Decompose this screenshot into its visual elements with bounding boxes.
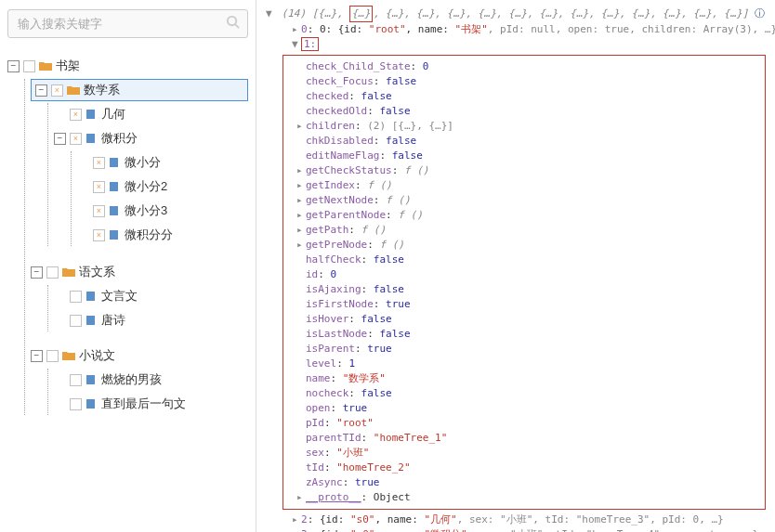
checkbox[interactable] xyxy=(46,350,59,362)
checkbox[interactable]: × xyxy=(93,181,105,193)
object-property[interactable]: check_Child_State: 0 xyxy=(296,59,757,74)
collapse-arrow-icon[interactable]: ▼ xyxy=(292,37,301,52)
object-property[interactable]: ▸children: (2) [{…}, {…}] xyxy=(296,119,757,134)
tree-node-calc[interactable]: − × 微积分 xyxy=(54,127,248,149)
object-property[interactable]: id: 0 xyxy=(296,267,757,282)
object-property[interactable]: isLastNode: false xyxy=(296,327,757,342)
tree-node-chinese[interactable]: − 语文系 xyxy=(31,261,248,283)
console-row-1[interactable]: ▼1: xyxy=(292,37,766,52)
object-property[interactable]: ▸getPreNode: f () xyxy=(296,238,757,253)
object-property[interactable]: checkedOld: false xyxy=(296,104,757,119)
object-property[interactable]: parentTId: "homeTree_1" xyxy=(296,431,757,446)
expand-arrow-icon[interactable]: ▸ xyxy=(296,163,306,178)
tree-node-novel[interactable]: − 小说文 xyxy=(31,344,248,367)
tree-node-wxf2[interactable]: ×微小分2 xyxy=(77,175,248,198)
checkbox[interactable] xyxy=(23,60,35,72)
search-box xyxy=(7,9,248,38)
object-property[interactable]: level: 1 xyxy=(296,357,757,371)
object-property[interactable]: pId: "root" xyxy=(296,416,757,431)
console-row-0[interactable]: ▸0: 0: {id: "root", name: "书架", pId: nul… xyxy=(292,22,766,37)
object-property[interactable]: ▸getNextNode: f () xyxy=(296,193,757,208)
object-property[interactable]: isAjaxing: false xyxy=(296,282,757,297)
tree-node-root[interactable]: − 书架 xyxy=(7,55,248,77)
book-icon xyxy=(109,205,121,217)
book-icon xyxy=(109,181,121,193)
devtools-console: ▼ (14) [{…}, {…}, {…}, {…}, {…}, {…}, {…… xyxy=(256,0,775,532)
checkbox[interactable]: × xyxy=(70,109,82,121)
console-array-header[interactable]: ▼ (14) [{…}, {…}, {…}, {…}, {…}, {…}, {…… xyxy=(266,6,766,22)
object-property[interactable]: name: "数学系" xyxy=(296,371,757,386)
expand-arrow-icon[interactable]: ▸ xyxy=(296,119,306,134)
expand-arrow-icon[interactable]: ▸ xyxy=(292,527,301,532)
toggle-icon[interactable]: − xyxy=(7,60,20,72)
checkbox[interactable]: × xyxy=(93,205,105,217)
leaf-icon xyxy=(54,109,66,121)
expand-arrow-icon[interactable]: ▸ xyxy=(296,223,306,238)
console-row[interactable]: ▸2: {id: "s0", name: "几何", sex: "小班", tI… xyxy=(292,513,766,527)
object-property[interactable]: tId: "homeTree_2" xyxy=(296,461,757,475)
object-property[interactable]: isFirstNode: true xyxy=(296,297,757,312)
book-icon xyxy=(109,157,121,169)
expand-arrow-icon[interactable]: ▸ xyxy=(296,238,306,253)
object-detail-box: check_Child_State: 0check_Focus: falsech… xyxy=(282,55,766,510)
expand-arrow-icon[interactable]: ▸ xyxy=(296,490,306,505)
checkbox[interactable] xyxy=(46,266,59,279)
object-property[interactable]: isParent: true xyxy=(296,342,757,357)
console-row[interactable]: ▸3: {id: "s0", name: "微积分", sex: "小班", t… xyxy=(292,527,766,532)
toggle-icon[interactable]: − xyxy=(31,350,43,362)
search-icon[interactable] xyxy=(226,15,240,32)
folder-open-icon xyxy=(39,60,52,71)
tree-root: − 书架 − × 数学系 × xyxy=(7,55,248,415)
object-property[interactable]: editNameFlag: false xyxy=(296,149,757,163)
tree-node-burning[interactable]: 燃烧的男孩 xyxy=(54,369,248,391)
search-input[interactable] xyxy=(7,9,248,38)
expand-arrow-icon[interactable]: ▸ xyxy=(292,513,301,527)
object-property[interactable]: sex: "小班" xyxy=(296,446,757,461)
node-label: 小说文 xyxy=(79,347,115,364)
toggle-icon[interactable]: − xyxy=(35,84,47,97)
tree-node-tangshi[interactable]: 唐诗 xyxy=(54,309,248,331)
checkbox[interactable] xyxy=(70,398,82,410)
object-property[interactable]: checked: false xyxy=(296,89,757,104)
object-property[interactable]: check_Focus: false xyxy=(296,74,757,89)
info-icon[interactable]: ⓘ xyxy=(755,7,765,19)
expand-arrow-icon[interactable]: ▸ xyxy=(296,193,306,208)
checkbox[interactable]: × xyxy=(93,229,105,241)
checkbox[interactable]: × xyxy=(51,84,63,97)
node-label: 文言文 xyxy=(101,288,138,305)
object-property[interactable]: ▸getPath: f () xyxy=(296,223,757,238)
expand-arrow-icon[interactable]: ▸ xyxy=(296,208,306,223)
object-property[interactable]: halfCheck: false xyxy=(296,253,757,267)
folder-open-icon xyxy=(62,350,75,361)
object-property[interactable]: ▸getParentNode: f () xyxy=(296,208,757,223)
svg-point-0 xyxy=(228,17,236,25)
expand-arrow-icon[interactable]: ▸ xyxy=(296,178,306,193)
checkbox[interactable] xyxy=(70,374,82,386)
book-icon xyxy=(85,133,98,145)
tree-node-wenyan[interactable]: 文言文 xyxy=(54,285,248,307)
object-property[interactable]: ▸getCheckStatus: f () xyxy=(296,163,757,178)
checkbox[interactable]: × xyxy=(93,157,105,169)
object-property[interactable]: ▸getIndex: f () xyxy=(296,178,757,193)
expand-arrow-icon[interactable]: ▼ xyxy=(266,6,275,21)
object-property[interactable]: chkDisabled: false xyxy=(296,134,757,149)
object-property[interactable]: open: true xyxy=(296,401,757,416)
book-icon xyxy=(85,109,98,121)
tree-node-wjff[interactable]: ×微积分分 xyxy=(77,224,248,246)
checkbox[interactable] xyxy=(70,291,82,303)
object-property[interactable]: zAsync: true xyxy=(296,475,757,490)
tree-node-lastline[interactable]: 直到最后一句文 xyxy=(54,393,248,415)
toggle-icon[interactable]: − xyxy=(31,266,43,279)
tree-node-wxf[interactable]: ×微小分 xyxy=(77,151,248,174)
toggle-icon[interactable]: − xyxy=(54,133,66,145)
tree-node-geo[interactable]: × 几何 xyxy=(54,103,248,125)
object-property[interactable]: isHover: false xyxy=(296,312,757,327)
object-property[interactable]: nocheck: false xyxy=(296,386,757,401)
checkbox[interactable] xyxy=(70,315,82,327)
tree-node-wxf3[interactable]: ×微小分3 xyxy=(77,200,248,222)
proto-property[interactable]: ▸__proto__: Object xyxy=(296,490,757,505)
expand-arrow-icon[interactable]: ▸ xyxy=(292,22,301,37)
checkbox[interactable]: × xyxy=(70,133,82,145)
tree-node-math[interactable]: − × 数学系 xyxy=(31,79,248,101)
book-icon xyxy=(85,315,98,327)
